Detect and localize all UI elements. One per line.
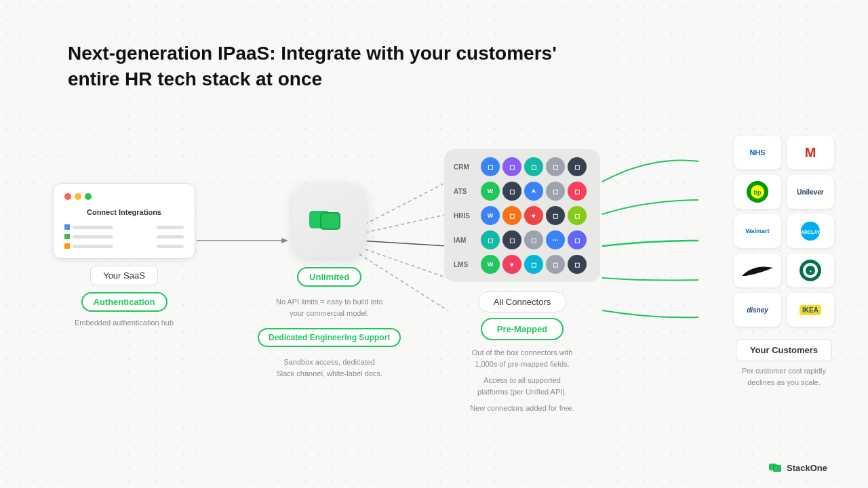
- svg-text:bp: bp: [754, 189, 762, 196]
- hris-label: HRIS: [454, 212, 477, 220]
- nhs-logo: NHS: [734, 136, 781, 169]
- connector-icon: ◻: [546, 182, 565, 201]
- connector-icon: A: [524, 182, 543, 201]
- connector-icon: ◻: [481, 157, 500, 176]
- unilever-logo: Unilever: [787, 175, 834, 209]
- dot-yellow: [75, 193, 81, 200]
- window-rows: [64, 224, 184, 249]
- connector-icon: ◻: [546, 157, 565, 176]
- iam-icons: ◻ ◻ ◻ ··· ◻: [481, 230, 587, 249]
- your-customers-label: Your Customers: [736, 339, 832, 361]
- dot-green-ctrl: [85, 193, 92, 200]
- nhs-text: NHS: [749, 148, 765, 157]
- connector-icon: W: [481, 255, 500, 274]
- crm-icons: ◻ ◻ ◻ ◻ ◻: [481, 157, 587, 176]
- stackone-column: Unlimited No API limits = easy to build …: [258, 183, 401, 379]
- lms-icons: W ♥ ◻ ◻ ◻: [481, 255, 587, 274]
- ats-label: ATS: [454, 188, 477, 195]
- connector-icon: ◻: [568, 230, 587, 249]
- stackone-logo-box: [292, 183, 367, 258]
- row-line-short: [157, 245, 184, 248]
- unilever-text: Unilever: [797, 188, 823, 196]
- barclays-logo: BARCLAYS: [787, 214, 834, 248]
- connector-actions: All Connectors Pre-Mapped: [444, 291, 600, 340]
- connector-icon: W: [481, 206, 500, 225]
- ats-row: ATS W ◻ A ◻ ◻: [454, 182, 591, 201]
- stackone-brand-icon: [769, 462, 783, 473]
- iam-label: IAM: [454, 237, 477, 244]
- connector-icon: ◻: [524, 157, 543, 176]
- disney-text: disney: [747, 306, 768, 314]
- row-line-short: [157, 235, 184, 239]
- crm-label: CRM: [454, 163, 477, 171]
- connector-icon: ◻: [502, 230, 521, 249]
- hris-row: HRIS W ◻ ♥ ◻ ◻: [454, 206, 591, 225]
- customers-column: NHS M bp Unilever Walmart: [734, 136, 834, 388]
- connector-icon: ◻: [502, 206, 521, 225]
- nike-swoosh: [741, 262, 774, 279]
- connector-icon: ◻: [481, 230, 500, 249]
- page-heading: Next-generation IPaaS: Integrate with yo…: [68, 41, 557, 92]
- connectors-column: CRM ◻ ◻ ◻ ◻ ◻ ATS W ◻ A ◻ ◻: [444, 149, 600, 420]
- iam-row: IAM ◻ ◻ ◻ ··· ◻: [454, 230, 591, 249]
- svg-text:BARCLAYS: BARCLAYS: [798, 230, 823, 235]
- eng-support-badge: Dedicated Engineering Support: [258, 328, 401, 347]
- all-connectors-button[interactable]: All Connectors: [478, 291, 567, 312]
- mcdonalds-icon: M: [805, 145, 816, 161]
- dot-red: [64, 193, 71, 200]
- saas-window: Connect Integrations: [53, 183, 195, 259]
- row-icon: [64, 224, 70, 230]
- footer-brand: StackOne: [769, 462, 827, 473]
- nike-logo: [734, 253, 781, 287]
- window-row: [64, 243, 184, 249]
- connector-icon: ◻: [568, 255, 587, 274]
- saas-label: Your SaaS: [90, 266, 158, 285]
- customer-logo-grid: NHS M bp Unilever Walmart: [734, 136, 834, 327]
- bp-icon: bp: [745, 180, 770, 204]
- connector-icon: ◻: [546, 206, 565, 225]
- saas-column: Connect Integrations Your SaaS Authentic…: [53, 183, 195, 327]
- hris-icons: W ◻ ♥ ◻ ◻: [481, 206, 587, 225]
- window-title: Connect Integrations: [64, 208, 184, 216]
- ikea-logo: IKEA: [787, 293, 834, 327]
- connector-icon: ♥: [502, 255, 521, 274]
- connectors-panel: CRM ◻ ◻ ◻ ◻ ◻ ATS W ◻ A ◻ ◻: [444, 149, 600, 282]
- svg-rect-9: [321, 214, 339, 228]
- connector-icon: ♥: [524, 206, 543, 225]
- ikea-text: IKEA: [800, 305, 821, 315]
- walmart-text: Walmart: [745, 228, 769, 235]
- pre-mapped-button[interactable]: Pre-Mapped: [481, 318, 564, 340]
- row-line-short: [157, 226, 184, 229]
- auth-badge: Authentication: [81, 292, 167, 312]
- connector-icon: ◻: [524, 255, 543, 274]
- row-line: [73, 245, 113, 248]
- connector-icon: ◻: [568, 157, 587, 176]
- lms-label: LMS: [454, 261, 477, 268]
- connector-icon: ◻: [568, 182, 587, 201]
- barclays-icon: BARCLAYS: [798, 219, 823, 243]
- unlimited-badge: Unlimited: [297, 267, 361, 287]
- connectors-descriptions: Out of the box connectors with1,000s of …: [444, 347, 600, 414]
- bp-logo: bp: [734, 175, 781, 209]
- row-icon: [64, 234, 70, 239]
- connector-icon: ◻: [502, 182, 521, 201]
- brand-name: StackOne: [787, 463, 827, 473]
- connectors-desc-3: New connectors added for free.: [444, 403, 600, 414]
- lms-row: LMS W ♥ ◻ ◻ ◻: [454, 255, 591, 274]
- connector-icon: ◻: [502, 157, 521, 176]
- row-icon: [64, 243, 70, 249]
- starbucks-icon: ★: [798, 258, 823, 283]
- connectors-desc-2: Access to all supportedplatforms (per Un…: [444, 375, 600, 397]
- row-line: [73, 226, 113, 229]
- starbucks-logo: ★: [787, 253, 834, 287]
- disney-logo: disney: [734, 293, 781, 327]
- window-row: [64, 234, 184, 239]
- customers-desc: Per customer cost rapidlydeclines as you…: [742, 365, 826, 388]
- ats-icons: W ◻ A ◻ ◻: [481, 182, 587, 201]
- walmart-logo: Walmart: [734, 214, 781, 248]
- connector-icon: ◻: [568, 206, 587, 225]
- svg-rect-20: [774, 466, 781, 472]
- connector-icon: ···: [546, 230, 565, 249]
- mcdonalds-logo: M: [787, 136, 834, 169]
- window-row: [64, 224, 184, 230]
